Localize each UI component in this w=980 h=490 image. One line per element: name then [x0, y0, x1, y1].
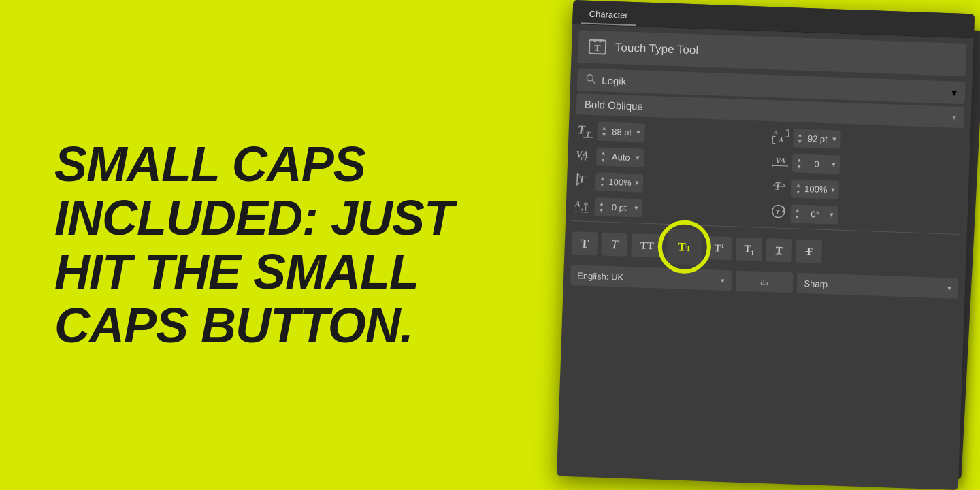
- svg-text:A: A: [773, 129, 779, 136]
- font-size-chevron[interactable]: ▾: [636, 128, 640, 137]
- baseline-shift-value: 0 pt: [606, 202, 632, 213]
- svg-text:VA: VA: [775, 155, 786, 165]
- underline-label: T: [775, 244, 783, 256]
- leading-spinbox[interactable]: ▲▼ 92 pt ▾: [793, 129, 841, 149]
- small-caps-button[interactable]: TT: [666, 229, 703, 265]
- touch-type-tool-label: Touch Type Tool: [615, 41, 699, 57]
- headline-line4: Caps Button.: [54, 298, 413, 353]
- svg-text:A: A: [581, 149, 589, 159]
- all-caps-button[interactable]: TT: [631, 233, 663, 258]
- search-icon: [585, 74, 597, 87]
- horizontal-scale-arrows[interactable]: ▲▼: [796, 182, 802, 195]
- faux-italic-button[interactable]: T: [601, 233, 627, 257]
- headline-line3: Hit The Small: [54, 244, 419, 299]
- touch-type-tool-icon: T: [586, 36, 608, 59]
- svg-line-9: [583, 138, 593, 139]
- svg-rect-2: [593, 39, 596, 42]
- all-caps-label: TT: [640, 240, 655, 252]
- faux-italic-label: T: [611, 238, 619, 252]
- kerning-group: V A ▲▼ Auto ▾: [574, 145, 767, 173]
- svg-text:T: T: [585, 130, 591, 138]
- antialias-chevron: ▾: [947, 284, 951, 293]
- left-content-area: Small Caps Included: Just Hit The Small …: [0, 0, 517, 490]
- baseline-shift-icon: A a: [572, 195, 592, 217]
- superscript-label: T1: [714, 242, 724, 254]
- font-size-value: 88 pt: [609, 127, 634, 137]
- svg-line-37: [575, 212, 589, 212]
- tracking-chevron[interactable]: ▾: [832, 160, 836, 169]
- leading-chevron[interactable]: ▾: [832, 135, 836, 144]
- faux-bold-button[interactable]: T: [571, 231, 598, 255]
- tracking-icon: VA: [770, 152, 790, 174]
- vertical-scale-icon: T: [574, 170, 593, 192]
- horizontal-scale-spinbox[interactable]: ▲▼ 100% ▾: [791, 179, 839, 199]
- faux-bold-label: T: [581, 236, 589, 250]
- font-size-group: T T ▲▼ 88 pt ▾: [575, 120, 768, 148]
- rotation-arrows[interactable]: ▲▼: [794, 207, 800, 220]
- horizontal-scale-chevron[interactable]: ▾: [831, 185, 835, 194]
- svg-text:T: T: [776, 208, 781, 215]
- svg-text:A: A: [778, 136, 783, 144]
- leading-value: 92 pt: [805, 133, 830, 144]
- baseline-shift-group: A a ▲▼ 0 pt ▾: [572, 195, 765, 223]
- font-size-spinbox[interactable]: ▲▼ 88 pt ▾: [597, 122, 645, 142]
- touch-type-tool-row[interactable]: T Touch Type Tool: [578, 30, 966, 76]
- kerning-chevron[interactable]: ▾: [636, 153, 640, 162]
- small-caps-label: TT: [677, 240, 691, 255]
- horizontal-scale-icon: T: [769, 177, 789, 199]
- headline-line2: Included: Just: [54, 191, 453, 245]
- svg-point-4: [587, 75, 593, 81]
- baseline-shift-spinbox[interactable]: ▲▼ 0 pt ▾: [594, 197, 642, 218]
- headline-line1: Small Caps: [54, 137, 365, 191]
- font-family-value: Logik: [602, 74, 946, 98]
- leading-arrows[interactable]: ▲▼: [797, 131, 803, 144]
- font-family-chevron[interactable]: ▾: [951, 86, 958, 99]
- panel-body: T Touch Type Tool Logik ▾: [563, 24, 973, 304]
- svg-text:a: a: [581, 205, 584, 212]
- svg-text:T: T: [594, 43, 602, 53]
- antialias-aa-field[interactable]: aa: [735, 270, 794, 293]
- font-size-arrows[interactable]: ▲▼: [601, 125, 607, 137]
- rotation-spinbox[interactable]: ▲▼ 0° ▾: [790, 204, 838, 225]
- tracking-value: 0: [804, 159, 830, 169]
- svg-line-32: [773, 186, 785, 186]
- horizontal-scale-value: 100%: [804, 184, 829, 195]
- antialias-field[interactable]: Sharp ▾: [797, 273, 958, 299]
- font-style-chevron: ▾: [951, 112, 956, 122]
- tracking-spinbox[interactable]: ▲▼ 0 ▾: [792, 154, 840, 174]
- subscript-label: T1: [744, 242, 754, 255]
- right-panel-area: Character T Touch Type Tool: [517, 0, 980, 490]
- tracking-group: VA ▲▼ 0 ▾: [770, 152, 963, 180]
- underline-button[interactable]: T: [766, 238, 792, 262]
- kerning-icon: V A: [574, 145, 594, 167]
- baseline-shift-arrows[interactable]: ▲▼: [598, 200, 604, 213]
- svg-line-28: [577, 173, 578, 185]
- font-size-icon: T T: [575, 120, 595, 142]
- subscript-button[interactable]: T1: [736, 238, 762, 261]
- antialias-value: Sharp: [804, 278, 828, 289]
- character-panel: Character T Touch Type Tool: [557, 0, 975, 490]
- vertical-scale-arrows[interactable]: ▲▼: [600, 175, 606, 188]
- strikethrough-label: T: [805, 246, 813, 257]
- svg-line-24: [772, 165, 787, 166]
- vertical-scale-chevron[interactable]: ▾: [635, 178, 639, 187]
- svg-line-5: [592, 80, 595, 84]
- main-headline: Small Caps Included: Just Hit The Small …: [54, 137, 453, 353]
- rotation-value: 0°: [802, 209, 828, 220]
- vertical-scale-group: T ▲▼ 100% ▾: [574, 170, 766, 198]
- superscript-button[interactable]: T1: [706, 236, 732, 260]
- strikethrough-button[interactable]: T: [796, 240, 822, 263]
- tracking-arrows[interactable]: ▲▼: [796, 157, 802, 169]
- kerning-arrows[interactable]: ▲▼: [600, 150, 606, 163]
- antialias-icon: aa: [760, 276, 769, 288]
- leading-group: A A ▲▼ 92: [771, 127, 964, 154]
- language-chevron: ▾: [720, 276, 724, 284]
- language-value: English: UK: [577, 270, 623, 282]
- baseline-shift-chevron[interactable]: ▾: [634, 203, 638, 212]
- language-field[interactable]: English: UK ▾: [570, 265, 732, 291]
- kerning-spinbox[interactable]: ▲▼ Auto ▾: [596, 147, 644, 167]
- vertical-scale-spinbox[interactable]: ▲▼ 100% ▾: [595, 172, 644, 193]
- tab-character[interactable]: Character: [581, 4, 636, 26]
- font-style-value: Bold Oblique: [585, 99, 643, 112]
- rotation-chevron[interactable]: ▾: [830, 210, 834, 219]
